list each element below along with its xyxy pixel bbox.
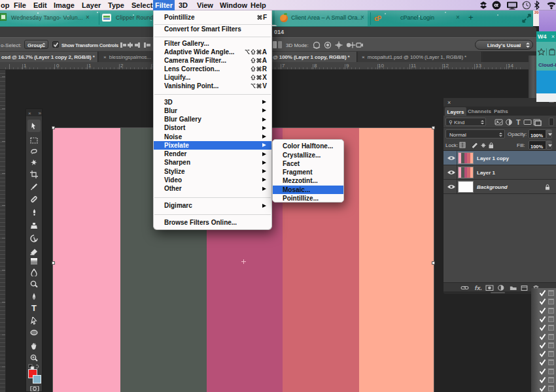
svg-text:fx.: fx. <box>475 285 482 291</box>
svg-text:T: T <box>516 118 521 126</box>
